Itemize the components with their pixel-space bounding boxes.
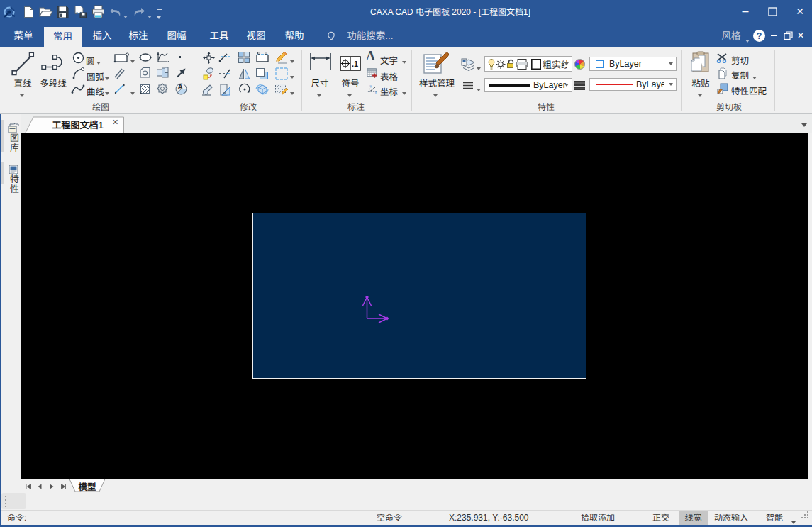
svg-text:Y: Y — [370, 85, 372, 89]
svg-text:X: X — [375, 91, 377, 95]
svg-text:.1: .1 — [352, 60, 358, 68]
svg-text:A: A — [178, 83, 183, 91]
